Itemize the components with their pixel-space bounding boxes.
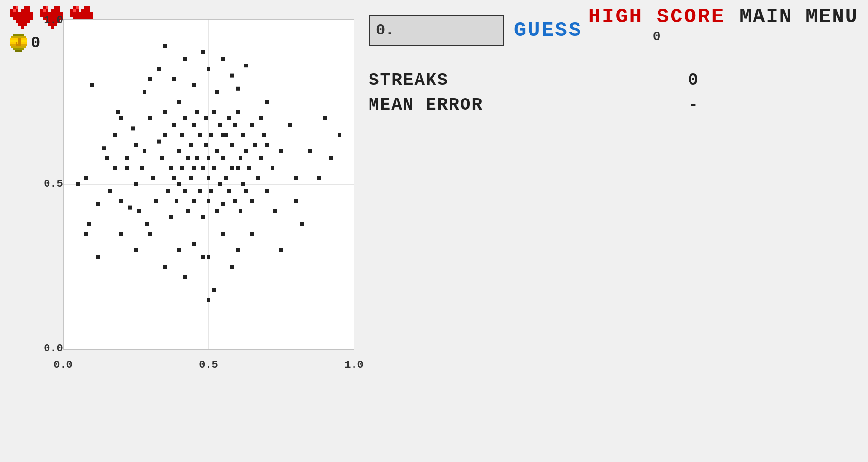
svg-rect-70	[154, 199, 158, 203]
svg-rect-107	[209, 189, 213, 193]
svg-rect-188	[329, 156, 333, 160]
streaks-value: 0	[688, 70, 698, 90]
svg-rect-112	[218, 123, 222, 127]
svg-rect-152	[215, 90, 219, 94]
chart-svg: 1.0 0.5 0.0 0.0 0.5 1.0	[29, 10, 383, 379]
svg-rect-128	[241, 133, 245, 137]
svg-rect-67	[145, 222, 149, 226]
svg-rect-151	[207, 67, 210, 71]
svg-rect-115	[221, 202, 225, 206]
svg-rect-78	[172, 123, 176, 127]
svg-rect-129	[241, 182, 245, 186]
svg-rect-37	[11, 36, 26, 38]
svg-rect-93	[192, 123, 196, 127]
svg-rect-66	[143, 149, 146, 153]
svg-rect-101	[204, 143, 208, 147]
svg-rect-185	[308, 149, 312, 153]
mean-error-label: MEAN ERROR	[369, 95, 483, 115]
svg-rect-106	[209, 133, 213, 137]
svg-rect-88	[186, 156, 190, 160]
svg-rect-13	[54, 6, 60, 9]
streaks-label: STREAKS	[369, 70, 449, 90]
svg-rect-114	[221, 156, 225, 160]
svg-rect-194	[96, 255, 100, 259]
svg-rect-103	[207, 176, 210, 180]
svg-rect-136	[256, 176, 260, 180]
svg-rect-98	[198, 133, 202, 137]
svg-rect-147	[157, 67, 161, 71]
svg-rect-193	[84, 232, 88, 236]
svg-rect-176	[148, 232, 152, 236]
svg-rect-117	[224, 176, 228, 180]
right-panel: GUESS STREAKS 0 MEAN ERROR -	[369, 15, 805, 120]
svg-rect-8	[18, 23, 27, 26]
svg-rect-44	[15, 50, 22, 52]
guess-button[interactable]: GUESS	[514, 19, 582, 42]
svg-rect-192	[76, 182, 80, 186]
svg-rect-36	[13, 34, 24, 36]
guess-input[interactable]	[369, 15, 504, 46]
x-axis-label-mid: 0.5	[199, 359, 218, 371]
svg-rect-155	[244, 64, 248, 67]
svg-rect-175	[119, 116, 123, 120]
svg-rect-119	[227, 189, 231, 193]
svg-rect-154	[236, 87, 240, 91]
svg-rect-77	[169, 215, 173, 219]
svg-rect-1	[24, 6, 30, 9]
svg-rect-72	[160, 156, 164, 160]
svg-rect-43	[13, 48, 24, 50]
svg-rect-173	[113, 133, 117, 137]
streaks-row: STREAKS 0	[369, 70, 698, 90]
svg-rect-81	[177, 100, 181, 104]
svg-rect-100	[201, 215, 205, 219]
svg-rect-179	[207, 298, 210, 302]
svg-rect-167	[183, 275, 187, 279]
svg-rect-55	[102, 146, 106, 150]
svg-rect-180	[221, 133, 225, 137]
svg-rect-63	[134, 182, 138, 186]
svg-rect-159	[143, 90, 146, 94]
svg-rect-135	[253, 143, 257, 147]
svg-rect-47	[16, 42, 17, 46]
svg-rect-146	[294, 176, 298, 180]
svg-rect-90	[189, 143, 193, 147]
svg-rect-150	[192, 83, 196, 87]
svg-rect-71	[157, 140, 161, 144]
svg-rect-166	[163, 265, 167, 269]
svg-rect-143	[273, 209, 277, 213]
svg-rect-35	[76, 6, 79, 9]
svg-rect-69	[151, 176, 155, 180]
svg-rect-86	[183, 189, 187, 193]
svg-rect-134	[250, 199, 254, 203]
svg-rect-171	[134, 143, 138, 147]
svg-rect-189	[338, 133, 341, 137]
mean-error-value: -	[688, 95, 698, 115]
svg-rect-125	[236, 110, 240, 114]
svg-rect-144	[279, 149, 283, 153]
svg-rect-57	[113, 166, 117, 170]
svg-rect-187	[323, 116, 327, 120]
svg-rect-79	[172, 176, 176, 180]
svg-rect-153	[230, 74, 234, 78]
svg-rect-181	[250, 232, 254, 236]
svg-rect-170	[230, 265, 234, 269]
svg-rect-132	[247, 166, 251, 170]
svg-rect-76	[169, 166, 173, 170]
svg-rect-122	[233, 199, 237, 203]
svg-rect-84	[180, 166, 184, 170]
svg-rect-53	[87, 222, 91, 226]
svg-rect-7	[16, 20, 30, 23]
svg-rect-9	[21, 26, 24, 29]
svg-rect-141	[265, 100, 269, 104]
scatter-chart: 1.0 0.5 0.0 0.0 0.5 1.0	[29, 10, 383, 379]
svg-rect-91	[189, 176, 193, 180]
svg-rect-182	[265, 143, 269, 147]
svg-rect-59	[119, 232, 123, 236]
svg-rect-138	[259, 156, 263, 160]
y-axis-label-bot: 0.0	[44, 343, 63, 355]
svg-rect-124	[236, 166, 240, 170]
svg-rect-178	[119, 199, 123, 203]
svg-rect-80	[175, 199, 178, 203]
svg-rect-158	[221, 57, 225, 61]
svg-rect-105	[207, 156, 210, 160]
